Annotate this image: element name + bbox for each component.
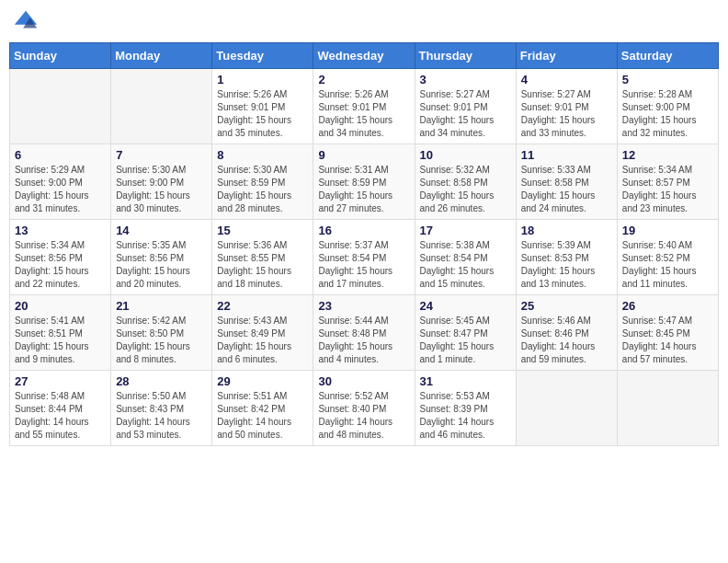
day-number: 23	[318, 299, 409, 313]
calendar-cell: 19Sunrise: 5:40 AMSunset: 8:52 PMDayligh…	[617, 220, 718, 295]
logo	[13, 9, 42, 35]
calendar-cell: 10Sunrise: 5:32 AMSunset: 8:58 PMDayligh…	[415, 144, 516, 220]
day-info: Sunrise: 5:43 AMSunset: 8:49 PMDaylight:…	[217, 315, 308, 366]
day-info: Sunrise: 5:33 AMSunset: 8:58 PMDaylight:…	[521, 164, 612, 215]
day-number: 4	[521, 73, 612, 86]
calendar-cell	[516, 371, 617, 446]
day-number: 21	[116, 299, 207, 313]
day-info: Sunrise: 5:47 AMSunset: 8:45 PMDaylight:…	[622, 315, 713, 366]
day-info: Sunrise: 5:45 AMSunset: 8:47 PMDaylight:…	[420, 315, 511, 366]
calendar-week-row: 13Sunrise: 5:34 AMSunset: 8:56 PMDayligh…	[10, 220, 719, 295]
day-info: Sunrise: 5:48 AMSunset: 8:44 PMDaylight:…	[15, 390, 106, 442]
day-number: 20	[15, 299, 106, 313]
day-number: 19	[622, 224, 713, 237]
calendar-cell: 15Sunrise: 5:36 AMSunset: 8:55 PMDayligh…	[212, 220, 313, 295]
calendar-day-header: Saturday	[617, 43, 718, 69]
calendar-cell: 22Sunrise: 5:43 AMSunset: 8:49 PMDayligh…	[212, 295, 313, 371]
calendar-week-row: 27Sunrise: 5:48 AMSunset: 8:44 PMDayligh…	[10, 371, 719, 446]
day-info: Sunrise: 5:27 AMSunset: 9:01 PMDaylight:…	[521, 88, 612, 140]
day-number: 22	[217, 299, 308, 313]
day-info: Sunrise: 5:51 AMSunset: 8:42 PMDaylight:…	[217, 390, 308, 442]
calendar-cell: 8Sunrise: 5:30 AMSunset: 8:59 PMDaylight…	[212, 144, 313, 220]
day-info: Sunrise: 5:53 AMSunset: 8:39 PMDaylight:…	[420, 390, 511, 442]
day-info: Sunrise: 5:31 AMSunset: 8:59 PMDaylight:…	[318, 164, 409, 215]
day-number: 14	[116, 224, 207, 237]
calendar-cell: 29Sunrise: 5:51 AMSunset: 8:42 PMDayligh…	[212, 371, 313, 446]
day-info: Sunrise: 5:41 AMSunset: 8:51 PMDaylight:…	[15, 315, 106, 366]
calendar-table: SundayMondayTuesdayWednesdayThursdayFrid…	[9, 42, 719, 446]
calendar-cell: 24Sunrise: 5:45 AMSunset: 8:47 PMDayligh…	[415, 295, 516, 371]
day-number: 10	[420, 148, 511, 162]
day-info: Sunrise: 5:35 AMSunset: 8:56 PMDaylight:…	[116, 239, 207, 291]
calendar-cell: 27Sunrise: 5:48 AMSunset: 8:44 PMDayligh…	[10, 371, 111, 446]
calendar-cell: 13Sunrise: 5:34 AMSunset: 8:56 PMDayligh…	[10, 220, 111, 295]
day-info: Sunrise: 5:27 AMSunset: 9:01 PMDaylight:…	[420, 88, 511, 140]
day-number: 3	[420, 73, 511, 86]
day-info: Sunrise: 5:28 AMSunset: 9:00 PMDaylight:…	[622, 88, 713, 140]
day-number: 11	[521, 148, 612, 162]
calendar-cell: 18Sunrise: 5:39 AMSunset: 8:53 PMDayligh…	[516, 220, 617, 295]
day-info: Sunrise: 5:32 AMSunset: 8:58 PMDaylight:…	[420, 164, 511, 215]
day-info: Sunrise: 5:38 AMSunset: 8:54 PMDaylight:…	[420, 239, 511, 291]
day-info: Sunrise: 5:50 AMSunset: 8:43 PMDaylight:…	[116, 390, 207, 442]
calendar-week-row: 20Sunrise: 5:41 AMSunset: 8:51 PMDayligh…	[10, 295, 719, 371]
calendar-cell	[111, 69, 212, 144]
day-number: 16	[318, 224, 409, 237]
calendar-cell: 20Sunrise: 5:41 AMSunset: 8:51 PMDayligh…	[10, 295, 111, 371]
calendar-cell: 14Sunrise: 5:35 AMSunset: 8:56 PMDayligh…	[111, 220, 212, 295]
day-number: 13	[15, 224, 106, 237]
day-number: 24	[420, 299, 511, 313]
calendar-cell	[10, 69, 111, 144]
day-number: 5	[622, 73, 713, 86]
calendar-header-row: SundayMondayTuesdayWednesdayThursdayFrid…	[10, 43, 719, 69]
day-info: Sunrise: 5:26 AMSunset: 9:01 PMDaylight:…	[318, 88, 409, 140]
calendar-day-header: Monday	[111, 43, 212, 69]
calendar-day-header: Friday	[516, 43, 617, 69]
day-info: Sunrise: 5:34 AMSunset: 8:57 PMDaylight:…	[622, 164, 713, 215]
calendar-cell: 9Sunrise: 5:31 AMSunset: 8:59 PMDaylight…	[313, 144, 415, 220]
day-number: 2	[318, 73, 409, 86]
calendar-cell: 2Sunrise: 5:26 AMSunset: 9:01 PMDaylight…	[313, 69, 415, 144]
day-info: Sunrise: 5:40 AMSunset: 8:52 PMDaylight:…	[622, 239, 713, 291]
calendar-cell: 25Sunrise: 5:46 AMSunset: 8:46 PMDayligh…	[516, 295, 617, 371]
day-number: 7	[116, 148, 207, 162]
calendar-cell: 7Sunrise: 5:30 AMSunset: 9:00 PMDaylight…	[111, 144, 212, 220]
day-info: Sunrise: 5:26 AMSunset: 9:01 PMDaylight:…	[217, 88, 308, 140]
day-info: Sunrise: 5:34 AMSunset: 8:56 PMDaylight:…	[15, 239, 106, 291]
calendar-cell	[617, 371, 718, 446]
calendar-cell: 6Sunrise: 5:29 AMSunset: 9:00 PMDaylight…	[10, 144, 111, 220]
calendar-cell: 21Sunrise: 5:42 AMSunset: 8:50 PMDayligh…	[111, 295, 212, 371]
day-number: 31	[420, 374, 511, 388]
day-number: 27	[15, 374, 106, 388]
calendar-cell: 4Sunrise: 5:27 AMSunset: 9:01 PMDaylight…	[516, 69, 617, 144]
day-info: Sunrise: 5:30 AMSunset: 9:00 PMDaylight:…	[116, 164, 207, 215]
day-info: Sunrise: 5:46 AMSunset: 8:46 PMDaylight:…	[521, 315, 612, 366]
calendar-cell: 23Sunrise: 5:44 AMSunset: 8:48 PMDayligh…	[313, 295, 415, 371]
day-number: 29	[217, 374, 308, 388]
day-number: 17	[420, 224, 511, 237]
day-number: 9	[318, 148, 409, 162]
calendar-cell: 5Sunrise: 5:28 AMSunset: 9:00 PMDaylight…	[617, 69, 718, 144]
calendar-day-header: Wednesday	[313, 43, 415, 69]
day-number: 6	[15, 148, 106, 162]
calendar-cell: 17Sunrise: 5:38 AMSunset: 8:54 PMDayligh…	[415, 220, 516, 295]
day-number: 1	[217, 73, 308, 86]
calendar-cell: 31Sunrise: 5:53 AMSunset: 8:39 PMDayligh…	[415, 371, 516, 446]
calendar-week-row: 1Sunrise: 5:26 AMSunset: 9:01 PMDaylight…	[10, 69, 719, 144]
day-info: Sunrise: 5:37 AMSunset: 8:54 PMDaylight:…	[318, 239, 409, 291]
day-number: 15	[217, 224, 308, 237]
page-header	[9, 9, 719, 35]
calendar-cell: 12Sunrise: 5:34 AMSunset: 8:57 PMDayligh…	[617, 144, 718, 220]
calendar-cell: 11Sunrise: 5:33 AMSunset: 8:58 PMDayligh…	[516, 144, 617, 220]
calendar-cell: 3Sunrise: 5:27 AMSunset: 9:01 PMDaylight…	[415, 69, 516, 144]
calendar-cell: 30Sunrise: 5:52 AMSunset: 8:40 PMDayligh…	[313, 371, 415, 446]
calendar-cell: 26Sunrise: 5:47 AMSunset: 8:45 PMDayligh…	[617, 295, 718, 371]
calendar-cell: 28Sunrise: 5:50 AMSunset: 8:43 PMDayligh…	[111, 371, 212, 446]
day-number: 12	[622, 148, 713, 162]
calendar-week-row: 6Sunrise: 5:29 AMSunset: 9:00 PMDaylight…	[10, 144, 719, 220]
calendar-day-header: Sunday	[10, 43, 111, 69]
day-number: 18	[521, 224, 612, 237]
day-number: 25	[521, 299, 612, 313]
day-info: Sunrise: 5:44 AMSunset: 8:48 PMDaylight:…	[318, 315, 409, 366]
day-number: 26	[622, 299, 713, 313]
